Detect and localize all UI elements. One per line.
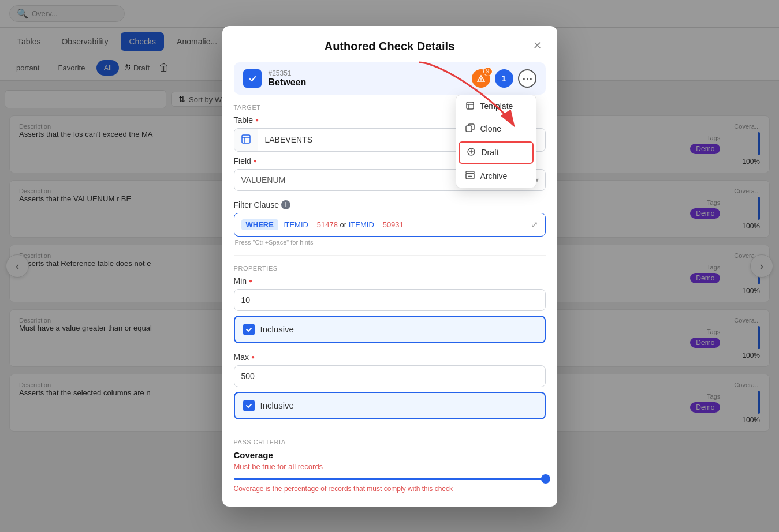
pass-criteria-label: Pass Criteria: [234, 439, 546, 445]
coverage-title: Coverage: [234, 450, 546, 460]
dropdown-item-draft[interactable]: Draft: [459, 141, 534, 164]
field-required: ●: [254, 158, 257, 164]
check-id: #25351: [269, 69, 307, 77]
svg-rect-2: [467, 102, 474, 109]
svg-rect-3: [466, 126, 472, 132]
svg-rect-8: [242, 135, 250, 143]
min-group: Min ● Inclusive: [234, 276, 546, 343]
dropdown-menu: Template Clone: [456, 95, 536, 188]
filter-clause-label: Filter Clause i: [234, 200, 546, 209]
clone-icon: [465, 123, 475, 134]
min-required: ●: [249, 278, 252, 284]
dropdown-item-template[interactable]: Template: [456, 95, 536, 118]
check-info: #25351 Between: [269, 69, 307, 88]
svg-rect-0: [247, 73, 258, 84]
modal-header: Authored Check Details ✕: [222, 26, 557, 62]
modal-overlay: Authored Check Details ✕ #25351 Between: [0, 0, 779, 532]
coverage-subtitle: Must be true for all records: [234, 462, 546, 471]
warning-count: 9: [483, 67, 493, 76]
filter-expression: ITEMID = 51478 or ITEMID = 50931: [283, 220, 527, 229]
pass-criteria-section: Pass Criteria Coverage Must be true for …: [222, 439, 557, 493]
more-options-button[interactable]: ⋯: [518, 69, 536, 88]
check-name: Between: [269, 77, 307, 88]
filter-hint-text: Press "Ctrl+Space" for hints: [234, 239, 546, 246]
properties-label: Properties: [234, 265, 546, 272]
template-icon: [465, 101, 475, 112]
modal-title: Authored Check Details: [325, 40, 455, 53]
min-checkbox-icon: [243, 324, 255, 335]
max-checkbox-icon: [243, 400, 255, 411]
archive-menu-icon: [465, 171, 475, 182]
max-inclusive-label: Inclusive: [260, 400, 294, 410]
table-prefix-icon: [234, 129, 258, 151]
slider-fill: [234, 478, 546, 480]
dropdown-label-clone: Clone: [480, 124, 502, 133]
modal-dialog: Authored Check Details ✕ #25351 Between: [222, 26, 557, 507]
warning-badge: 9: [472, 69, 490, 88]
max-input[interactable]: [234, 365, 546, 387]
slider-thumb[interactable]: [541, 474, 550, 484]
check-card-left: #25351 Between: [243, 69, 307, 88]
pass-criteria-divider: [222, 429, 557, 429]
check-checkbox-icon: [243, 69, 262, 88]
filter-clause-input[interactable]: WHERE ITEMID = 51478 or ITEMID = 50931 ⤢: [234, 213, 546, 237]
filter-where-keyword: WHERE: [241, 219, 278, 230]
coverage-note: Coverage is the percentage of records th…: [234, 485, 546, 493]
max-group: Max ● Inclusive: [234, 353, 546, 419]
filter-clause-group: Filter Clause i WHERE ITEMID = 51478 or …: [234, 200, 546, 246]
dropdown-label-draft: Draft: [482, 148, 499, 157]
coverage-slider[interactable]: [234, 478, 546, 480]
max-required: ●: [251, 354, 255, 360]
check-card-right: 9 1 ⋯: [472, 69, 536, 88]
dropdown-label-template: Template: [480, 102, 513, 111]
expand-icon[interactable]: ⤢: [531, 220, 538, 229]
form-divider: [234, 255, 546, 256]
filter-info-icon[interactable]: i: [281, 200, 290, 209]
info-badge: 1: [495, 69, 513, 88]
svg-point-1: [480, 80, 481, 80]
dropdown-item-archive[interactable]: Archive: [456, 165, 536, 188]
min-label: Min ●: [234, 276, 546, 286]
min-inclusive-label: Inclusive: [260, 324, 294, 334]
min-input[interactable]: [234, 289, 546, 311]
draft-icon: [467, 147, 476, 158]
check-card: #25351 Between 9: [234, 62, 546, 95]
table-required: ●: [255, 117, 259, 123]
max-inclusive-checkbox[interactable]: Inclusive: [234, 392, 546, 419]
modal-close-button[interactable]: ✕: [530, 38, 546, 54]
max-label: Max ●: [234, 353, 546, 362]
dropdown-item-clone[interactable]: Clone: [456, 118, 536, 140]
dropdown-label-archive: Archive: [480, 171, 508, 181]
min-inclusive-checkbox[interactable]: Inclusive: [234, 316, 546, 343]
svg-rect-6: [466, 171, 474, 173]
